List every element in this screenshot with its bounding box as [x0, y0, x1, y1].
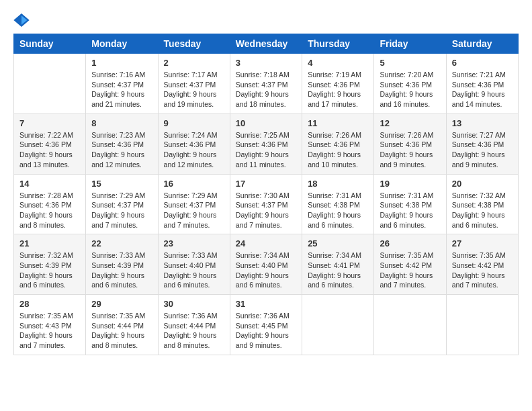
- day-info: Sunrise: 7:35 AM Sunset: 4:42 PM Dayligh…: [452, 250, 513, 290]
- col-header-tuesday: Tuesday: [158, 34, 230, 54]
- day-info: Sunrise: 7:33 AM Sunset: 4:40 PM Dayligh…: [164, 250, 224, 290]
- day-cell: 28Sunrise: 7:35 AM Sunset: 4:43 PM Dayli…: [14, 295, 86, 355]
- day-info: Sunrise: 7:34 AM Sunset: 4:40 PM Dayligh…: [236, 250, 296, 290]
- day-number: 7: [19, 118, 80, 128]
- week-row-3: 14Sunrise: 7:28 AM Sunset: 4:36 PM Dayli…: [14, 174, 519, 234]
- week-row-5: 28Sunrise: 7:35 AM Sunset: 4:43 PM Dayli…: [14, 295, 519, 355]
- day-number: 5: [380, 58, 440, 68]
- day-number: 15: [91, 179, 152, 189]
- day-number: 20: [452, 179, 513, 189]
- day-info: Sunrise: 7:22 AM Sunset: 4:36 PM Dayligh…: [19, 130, 80, 170]
- day-cell: 16Sunrise: 7:29 AM Sunset: 4:37 PM Dayli…: [158, 174, 230, 234]
- day-cell: 3Sunrise: 7:18 AM Sunset: 4:37 PM Daylig…: [230, 54, 302, 114]
- day-cell: 17Sunrise: 7:30 AM Sunset: 4:37 PM Dayli…: [230, 174, 302, 234]
- day-info: Sunrise: 7:35 AM Sunset: 4:43 PM Dayligh…: [19, 311, 80, 351]
- day-number: 21: [19, 238, 80, 248]
- day-number: 16: [164, 179, 224, 189]
- day-number: 1: [91, 58, 152, 68]
- day-number: 8: [91, 118, 152, 128]
- day-number: 19: [380, 179, 440, 189]
- day-cell: 23Sunrise: 7:33 AM Sunset: 4:40 PM Dayli…: [158, 234, 230, 295]
- day-cell: 4Sunrise: 7:19 AM Sunset: 4:36 PM Daylig…: [302, 54, 374, 114]
- day-cell: 2Sunrise: 7:17 AM Sunset: 4:37 PM Daylig…: [158, 54, 230, 114]
- col-header-saturday: Saturday: [446, 34, 518, 54]
- day-cell: 26Sunrise: 7:35 AM Sunset: 4:42 PM Dayli…: [374, 234, 446, 295]
- col-header-friday: Friday: [374, 34, 446, 54]
- day-info: Sunrise: 7:18 AM Sunset: 4:37 PM Dayligh…: [236, 70, 296, 109]
- day-number: 30: [164, 299, 224, 309]
- day-number: 24: [236, 238, 296, 248]
- day-info: Sunrise: 7:26 AM Sunset: 4:36 PM Dayligh…: [380, 130, 440, 170]
- day-number: 18: [308, 179, 368, 189]
- day-cell: 24Sunrise: 7:34 AM Sunset: 4:40 PM Dayli…: [230, 234, 302, 295]
- day-number: 23: [164, 238, 224, 248]
- day-info: Sunrise: 7:25 AM Sunset: 4:36 PM Dayligh…: [236, 130, 296, 170]
- day-cell: 22Sunrise: 7:33 AM Sunset: 4:39 PM Dayli…: [86, 234, 158, 295]
- day-number: 11: [308, 118, 368, 128]
- day-info: Sunrise: 7:27 AM Sunset: 4:36 PM Dayligh…: [452, 130, 513, 170]
- day-number: 28: [19, 299, 80, 309]
- day-cell: 19Sunrise: 7:31 AM Sunset: 4:38 PM Dayli…: [374, 174, 446, 234]
- header: [13, 13, 519, 27]
- day-cell: 1Sunrise: 7:16 AM Sunset: 4:37 PM Daylig…: [86, 54, 158, 114]
- day-cell: [446, 295, 518, 355]
- day-cell: 7Sunrise: 7:22 AM Sunset: 4:36 PM Daylig…: [14, 113, 86, 174]
- day-cell: [302, 295, 374, 355]
- day-info: Sunrise: 7:34 AM Sunset: 4:41 PM Dayligh…: [308, 250, 368, 290]
- day-cell: [374, 295, 446, 355]
- day-number: 10: [236, 118, 296, 128]
- day-info: Sunrise: 7:31 AM Sunset: 4:38 PM Dayligh…: [308, 191, 368, 230]
- logo: [13, 13, 32, 27]
- day-cell: 14Sunrise: 7:28 AM Sunset: 4:36 PM Dayli…: [14, 174, 86, 234]
- day-info: Sunrise: 7:35 AM Sunset: 4:42 PM Dayligh…: [380, 250, 440, 290]
- day-number: 17: [236, 179, 296, 189]
- day-cell: 18Sunrise: 7:31 AM Sunset: 4:38 PM Dayli…: [302, 174, 374, 234]
- day-cell: 20Sunrise: 7:32 AM Sunset: 4:38 PM Dayli…: [446, 174, 518, 234]
- day-info: Sunrise: 7:24 AM Sunset: 4:36 PM Dayligh…: [164, 130, 224, 170]
- week-row-1: 1Sunrise: 7:16 AM Sunset: 4:37 PM Daylig…: [14, 54, 519, 114]
- day-info: Sunrise: 7:23 AM Sunset: 4:36 PM Dayligh…: [91, 130, 152, 170]
- day-number: 26: [380, 238, 440, 248]
- col-header-sunday: Sunday: [14, 34, 86, 54]
- calendar-table: SundayMondayTuesdayWednesdayThursdayFrid…: [13, 34, 519, 355]
- day-cell: 12Sunrise: 7:26 AM Sunset: 4:36 PM Dayli…: [374, 113, 446, 174]
- day-number: 14: [19, 179, 80, 189]
- day-cell: 9Sunrise: 7:24 AM Sunset: 4:36 PM Daylig…: [158, 113, 230, 174]
- day-info: Sunrise: 7:36 AM Sunset: 4:44 PM Dayligh…: [164, 311, 224, 351]
- day-cell: 10Sunrise: 7:25 AM Sunset: 4:36 PM Dayli…: [230, 113, 302, 174]
- day-number: 12: [380, 118, 440, 128]
- header-row: SundayMondayTuesdayWednesdayThursdayFrid…: [14, 34, 519, 54]
- day-number: 31: [236, 299, 296, 309]
- day-info: Sunrise: 7:16 AM Sunset: 4:37 PM Dayligh…: [91, 70, 152, 109]
- day-number: 4: [308, 58, 368, 68]
- day-info: Sunrise: 7:20 AM Sunset: 4:36 PM Dayligh…: [380, 70, 440, 109]
- day-info: Sunrise: 7:21 AM Sunset: 4:36 PM Dayligh…: [452, 70, 513, 109]
- day-cell: 8Sunrise: 7:23 AM Sunset: 4:36 PM Daylig…: [86, 113, 158, 174]
- day-number: 29: [91, 299, 152, 309]
- day-number: 9: [164, 118, 224, 128]
- day-info: Sunrise: 7:29 AM Sunset: 4:37 PM Dayligh…: [164, 191, 224, 230]
- day-cell: 30Sunrise: 7:36 AM Sunset: 4:44 PM Dayli…: [158, 295, 230, 355]
- day-cell: 25Sunrise: 7:34 AM Sunset: 4:41 PM Dayli…: [302, 234, 374, 295]
- day-info: Sunrise: 7:33 AM Sunset: 4:39 PM Dayligh…: [91, 250, 152, 290]
- day-number: 27: [452, 238, 513, 248]
- day-info: Sunrise: 7:17 AM Sunset: 4:37 PM Dayligh…: [164, 70, 224, 109]
- day-info: Sunrise: 7:26 AM Sunset: 4:36 PM Dayligh…: [308, 130, 368, 170]
- day-cell: 6Sunrise: 7:21 AM Sunset: 4:36 PM Daylig…: [446, 54, 518, 114]
- day-info: Sunrise: 7:19 AM Sunset: 4:36 PM Dayligh…: [308, 70, 368, 109]
- day-cell: 5Sunrise: 7:20 AM Sunset: 4:36 PM Daylig…: [374, 54, 446, 114]
- day-info: Sunrise: 7:35 AM Sunset: 4:44 PM Dayligh…: [91, 311, 152, 351]
- day-cell: 27Sunrise: 7:35 AM Sunset: 4:42 PM Dayli…: [446, 234, 518, 295]
- day-cell: 31Sunrise: 7:36 AM Sunset: 4:45 PM Dayli…: [230, 295, 302, 355]
- week-row-2: 7Sunrise: 7:22 AM Sunset: 4:36 PM Daylig…: [14, 113, 519, 174]
- day-info: Sunrise: 7:28 AM Sunset: 4:36 PM Dayligh…: [19, 191, 80, 230]
- day-info: Sunrise: 7:32 AM Sunset: 4:39 PM Dayligh…: [19, 250, 80, 290]
- day-cell: [14, 54, 86, 114]
- day-cell: 15Sunrise: 7:29 AM Sunset: 4:37 PM Dayli…: [86, 174, 158, 234]
- day-number: 25: [308, 238, 368, 248]
- day-number: 6: [452, 58, 513, 68]
- day-info: Sunrise: 7:30 AM Sunset: 4:37 PM Dayligh…: [236, 191, 296, 230]
- week-row-4: 21Sunrise: 7:32 AM Sunset: 4:39 PM Dayli…: [14, 234, 519, 295]
- day-cell: 29Sunrise: 7:35 AM Sunset: 4:44 PM Dayli…: [86, 295, 158, 355]
- day-info: Sunrise: 7:31 AM Sunset: 4:38 PM Dayligh…: [380, 191, 440, 230]
